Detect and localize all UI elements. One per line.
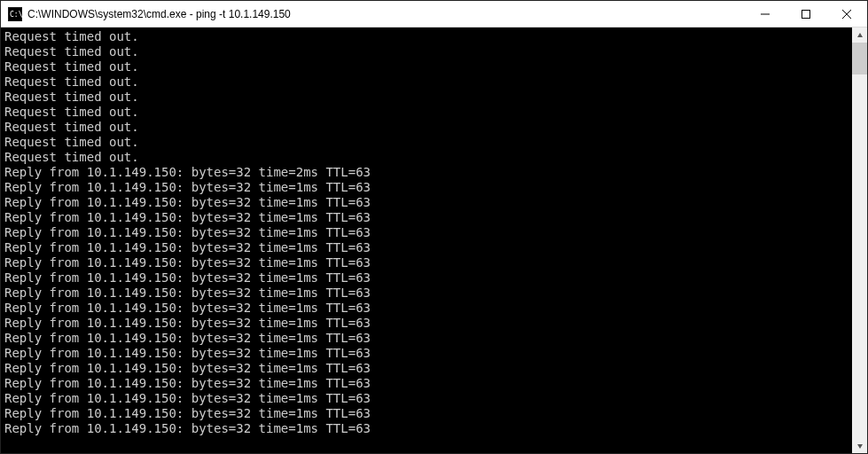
console-line: Request timed out. [4,120,852,135]
console-line: Reply from 10.1.149.150: bytes=32 time=1… [4,240,852,255]
console-output[interactable]: Request timed out.Request timed out.Requ… [1,27,852,453]
cmd-window: C:\ C:\WINDOWS\system32\cmd.exe - ping -… [0,0,868,454]
svg-marker-8 [857,444,863,449]
svg-rect-4 [802,10,810,18]
window-controls [745,1,867,27]
console-line: Reply from 10.1.149.150: bytes=32 time=2… [4,165,852,180]
console-line: Reply from 10.1.149.150: bytes=32 time=1… [4,195,852,210]
console-line: Reply from 10.1.149.150: bytes=32 time=1… [4,361,852,376]
console-line: Request timed out. [4,74,852,90]
console-line: Reply from 10.1.149.150: bytes=32 time=1… [4,391,852,406]
console-line: Reply from 10.1.149.150: bytes=32 time=1… [4,316,852,331]
console-line: Reply from 10.1.149.150: bytes=32 time=1… [4,180,852,195]
console-line: Reply from 10.1.149.150: bytes=32 time=1… [4,346,852,361]
close-button[interactable] [826,1,867,27]
console-line: Request timed out. [4,90,852,105]
console-line: Request timed out. [4,44,852,59]
window-title: C:\WINDOWS\system32\cmd.exe - ping -t 10… [27,8,745,20]
console-line: Reply from 10.1.149.150: bytes=32 time=1… [4,406,852,421]
console-line: Request timed out. [4,29,852,44]
console-line: Reply from 10.1.149.150: bytes=32 time=1… [4,255,852,270]
console-line: Reply from 10.1.149.150: bytes=32 time=1… [4,225,852,240]
console-line: Reply from 10.1.149.150: bytes=32 time=1… [4,210,852,225]
svg-marker-7 [857,33,863,37]
scrollbar-thumb[interactable] [852,43,867,74]
console-line: Reply from 10.1.149.150: bytes=32 time=1… [4,421,852,436]
scroll-up-button[interactable] [852,27,867,43]
console-line: Reply from 10.1.149.150: bytes=32 time=1… [4,270,852,286]
console-line: Request timed out. [4,150,852,165]
vertical-scrollbar[interactable] [852,27,867,453]
console-line: Request timed out. [4,105,852,120]
scroll-down-button[interactable] [852,438,867,453]
console-line: Request timed out. [4,135,852,150]
maximize-button[interactable] [786,1,826,27]
minimize-button[interactable] [745,1,786,27]
console-line: Reply from 10.1.149.150: bytes=32 time=1… [4,376,852,391]
console-line: Request timed out. [4,59,852,74]
cmd-icon: C:\ [8,7,22,21]
console-line: Reply from 10.1.149.150: bytes=32 time=1… [4,286,852,301]
titlebar[interactable]: C:\ C:\WINDOWS\system32\cmd.exe - ping -… [1,1,867,27]
svg-text:C:\: C:\ [10,11,22,19]
console-line: Reply from 10.1.149.150: bytes=32 time=1… [4,301,852,316]
console-area: Request timed out.Request timed out.Requ… [1,27,867,453]
console-line: Reply from 10.1.149.150: bytes=32 time=1… [4,331,852,346]
